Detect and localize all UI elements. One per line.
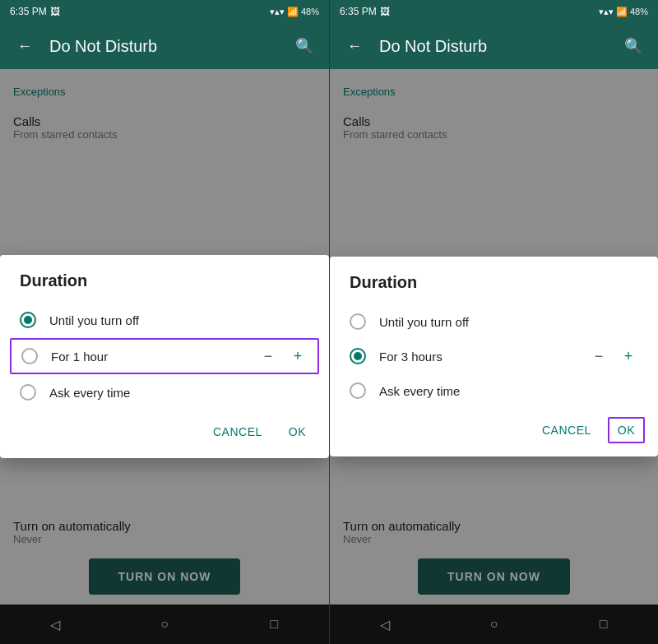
- ok-btn-left[interactable]: OK: [279, 419, 316, 445]
- time-left: 6:35 PM: [10, 6, 47, 17]
- app-bar-right: ← Do Not Disturb 🔍: [330, 23, 658, 69]
- option-ask-left[interactable]: Ask every time: [0, 376, 329, 409]
- hour-controls-left: − +: [258, 346, 308, 366]
- minus-btn-left[interactable]: −: [258, 346, 278, 366]
- option-forhour-left[interactable]: For 1 hour − +: [10, 338, 319, 374]
- app-title-left: Do Not Disturb: [49, 37, 293, 56]
- overlay-right: Duration Until you turn off For 3 hours: [330, 69, 658, 644]
- time-right: 6:35 PM: [340, 6, 377, 17]
- dialog-left: Duration Until you turn off For 1 hour: [0, 255, 329, 458]
- right-phone-panel: 6:35 PM 🖼 ▾▴▾ 📶 48% ← Do Not Disturb 🔍 E…: [329, 0, 658, 644]
- left-phone-panel: 6:35 PM 🖼 ▾▴▾ 📶 48% ← Do Not Disturb 🔍 E…: [0, 0, 329, 644]
- option-until-left[interactable]: Until you turn off: [0, 303, 329, 336]
- option-forhour-label-left: For 1 hour: [51, 350, 245, 364]
- option-until-right[interactable]: Until you turn off: [330, 305, 658, 338]
- back-button-left[interactable]: ←: [13, 35, 36, 58]
- dialog-title-left: Duration: [0, 255, 329, 300]
- ok-btn-right[interactable]: OK: [608, 417, 645, 443]
- option-until-label-right: Until you turn off: [379, 315, 638, 329]
- dialog-options-right: Until you turn off For 3 hours − +: [330, 302, 658, 410]
- cancel-btn-right[interactable]: CANCEL: [532, 417, 601, 443]
- wifi-icon-left: 📶: [287, 7, 299, 17]
- status-time-left: 6:35 PM 🖼: [10, 6, 60, 17]
- dialog-actions-right: CANCEL OK: [330, 410, 658, 456]
- content-bg-left: Exceptions Calls From starred contacts D…: [0, 69, 329, 644]
- overlay-left: Duration Until you turn off For 1 hour: [0, 69, 329, 644]
- battery-left: 48%: [301, 7, 319, 16]
- app-bar-left: ← Do Not Disturb 🔍: [0, 23, 329, 69]
- back-button-right[interactable]: ←: [343, 35, 366, 58]
- status-icons-left: ▾▴▾ 📶 48%: [270, 7, 319, 17]
- radio-ask-left[interactable]: [20, 384, 36, 401]
- status-bar-right: 6:35 PM 🖼 ▾▴▾ 📶 48%: [330, 0, 658, 23]
- radio-forhour-right[interactable]: [350, 348, 366, 364]
- dialog-title-right: Duration: [330, 257, 658, 302]
- status-bar-left: 6:35 PM 🖼 ▾▴▾ 📶 48%: [0, 0, 329, 23]
- photo-icon-right: 🖼: [380, 6, 390, 17]
- battery-right: 48%: [630, 7, 648, 16]
- wifi-icon-right: 📶: [616, 7, 628, 17]
- search-button-left[interactable]: 🔍: [293, 35, 316, 58]
- status-icons-right: ▾▴▾ 📶 48%: [599, 7, 648, 17]
- signal-icon-left: ▾▴▾: [270, 7, 285, 17]
- dialog-options-left: Until you turn off For 1 hour − +: [0, 300, 329, 412]
- hour-controls-right: − +: [589, 346, 638, 366]
- radio-until-left[interactable]: [20, 312, 36, 328]
- status-time-right: 6:35 PM 🖼: [340, 6, 390, 17]
- cancel-btn-left[interactable]: CANCEL: [203, 419, 272, 445]
- dialog-right: Duration Until you turn off For 3 hours: [330, 257, 658, 456]
- app-title-right: Do Not Disturb: [379, 37, 622, 56]
- option-ask-label-right: Ask every time: [379, 384, 638, 398]
- plus-btn-left[interactable]: +: [288, 346, 308, 366]
- search-button-right[interactable]: 🔍: [622, 35, 645, 58]
- option-forhour-label-right: For 3 hours: [379, 350, 576, 364]
- option-until-label-left: Until you turn off: [49, 313, 309, 327]
- plus-btn-right[interactable]: +: [619, 346, 638, 366]
- minus-btn-right[interactable]: −: [589, 346, 609, 366]
- radio-ask-right[interactable]: [350, 382, 366, 399]
- radio-forhour-left[interactable]: [21, 348, 38, 364]
- option-forhour-right[interactable]: For 3 hours − +: [330, 338, 658, 374]
- radio-until-right[interactable]: [350, 313, 366, 330]
- signal-icon-right: ▾▴▾: [599, 7, 614, 17]
- option-ask-label-left: Ask every time: [49, 386, 309, 400]
- option-ask-right[interactable]: Ask every time: [330, 374, 658, 407]
- photo-icon-left: 🖼: [50, 6, 60, 17]
- content-bg-right: Exceptions Calls From starred contacts D…: [330, 69, 658, 644]
- dialog-actions-left: CANCEL OK: [0, 412, 329, 458]
